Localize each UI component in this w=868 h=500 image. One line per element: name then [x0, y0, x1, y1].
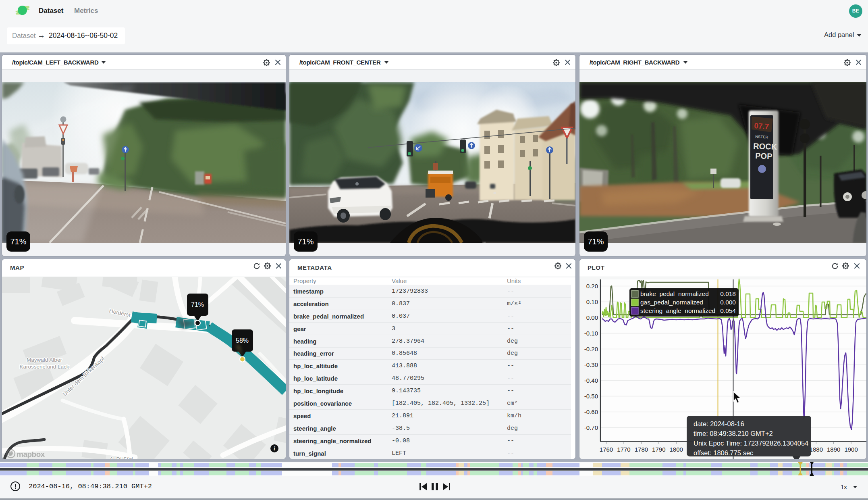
svg-text:-0.50: -0.50 — [584, 393, 598, 400]
svg-text:0.054: 0.054 — [720, 307, 736, 314]
svg-text:Maywald Alber: Maywald Alber — [27, 357, 62, 363]
svg-text:1790: 1790 — [652, 446, 665, 453]
svg-text:ALDI Süd: ALDI Süd — [110, 456, 133, 459]
svg-text:offset: 1806.775 sec: offset: 1806.775 sec — [694, 449, 753, 456]
svg-text:-0.60: -0.60 — [584, 408, 598, 415]
svg-text:0.10: 0.10 — [586, 298, 598, 305]
svg-text:date: 2024-08-16: date: 2024-08-16 — [694, 420, 744, 427]
svg-text:gas_pedal_normalized: gas_pedal_normalized — [640, 299, 703, 306]
svg-text:time: 08:49:38.210 GMT+2: time: 08:49:38.210 GMT+2 — [694, 430, 773, 437]
svg-text:1780: 1780 — [635, 446, 648, 453]
svg-text:POP: POP — [755, 151, 772, 160]
svg-text:-0.40: -0.40 — [584, 377, 598, 384]
svg-text:-0.20: -0.20 — [584, 346, 598, 352]
svg-text:-0.30: -0.30 — [584, 361, 598, 368]
svg-text:ROCK: ROCK — [753, 142, 777, 151]
svg-text:07.7: 07.7 — [754, 121, 769, 131]
svg-text:0.00: 0.00 — [586, 314, 598, 321]
svg-text:-0.10: -0.10 — [584, 330, 598, 337]
svg-text:1890: 1890 — [827, 446, 840, 453]
svg-text:1770: 1770 — [617, 446, 630, 453]
svg-text:brake_pedal_normalized: brake_pedal_normalized — [640, 290, 709, 297]
svg-text:Unix Epoc Time: 1723792826.130: Unix Epoc Time: 1723792826.1304054 — [694, 440, 808, 447]
svg-text:1900: 1900 — [844, 446, 858, 453]
svg-text:1800: 1800 — [670, 446, 683, 453]
svg-text:58%: 58% — [236, 337, 249, 344]
svg-text:0.018: 0.018 — [720, 290, 736, 297]
svg-text:i: i — [274, 446, 275, 452]
svg-text:0.000: 0.000 — [720, 299, 736, 306]
svg-text:-0.70: -0.70 — [584, 424, 598, 431]
svg-text:Karosserie und Lack: Karosserie und Lack — [19, 364, 69, 370]
svg-text:1760: 1760 — [600, 446, 613, 453]
svg-text:1880: 1880 — [810, 446, 823, 453]
svg-text:mapbox: mapbox — [17, 450, 45, 458]
svg-text:NSTER: NSTER — [755, 134, 768, 140]
svg-text:steering_angle_normalized: steering_angle_normalized — [640, 307, 715, 314]
svg-text:0.20: 0.20 — [586, 283, 598, 290]
svg-text:71%: 71% — [191, 301, 204, 308]
